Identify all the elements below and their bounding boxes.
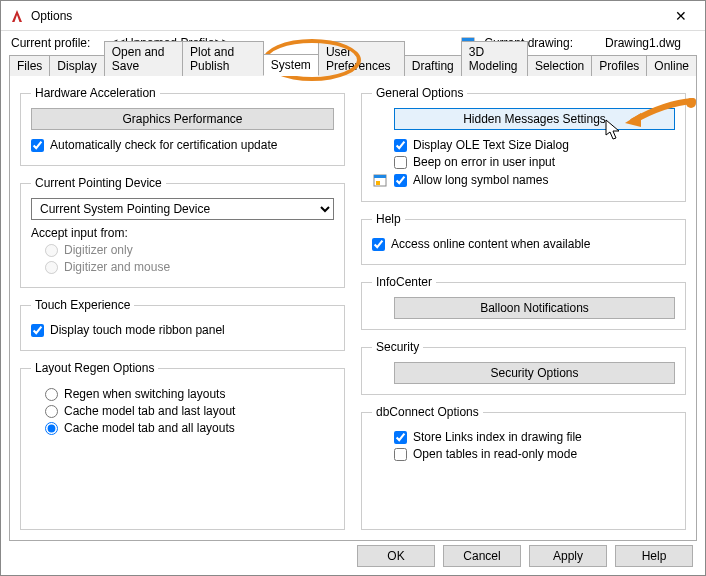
titlebar: Options ✕: [1, 1, 705, 31]
dbconnect-legend: dbConnect Options: [372, 405, 483, 419]
certification-update-checkbox[interactable]: [31, 139, 44, 152]
infocenter-legend: InfoCenter: [372, 275, 436, 289]
left-column: Hardware Acceleration Graphics Performan…: [20, 86, 345, 530]
right-column: General Options Hidden Messages Settings…: [361, 86, 686, 530]
tab-plot-and-publish[interactable]: Plot and Publish: [182, 41, 264, 76]
tab-online[interactable]: Online: [646, 55, 697, 76]
layout-regen-legend: Layout Regen Options: [31, 361, 158, 375]
tab-selection[interactable]: Selection: [527, 55, 592, 76]
store-links-label: Store Links index in drawing file: [413, 430, 582, 444]
long-symbol-checkbox[interactable]: [394, 174, 407, 187]
balloon-notifications-button[interactable]: Balloon Notifications: [394, 297, 675, 319]
tab-open-and-save[interactable]: Open and Save: [104, 41, 183, 76]
dialog-footer: OK Cancel Apply Help: [357, 545, 693, 567]
open-readonly-checkbox[interactable]: [394, 448, 407, 461]
cancel-button[interactable]: Cancel: [443, 545, 521, 567]
tab-drafting[interactable]: Drafting: [404, 55, 462, 76]
infocenter-group: InfoCenter Balloon Notifications: [361, 275, 686, 330]
digitizer-only-radio: [45, 244, 58, 257]
pointing-device-select[interactable]: Current System Pointing Device: [31, 198, 334, 220]
hardware-acceleration-group: Hardware Acceleration Graphics Performan…: [20, 86, 345, 166]
help-legend: Help: [372, 212, 405, 226]
pointing-device-group: Current Pointing Device Current System P…: [20, 176, 345, 288]
touch-ribbon-label: Display touch mode ribbon panel: [50, 323, 225, 337]
touch-legend: Touch Experience: [31, 298, 134, 312]
accept-input-label: Accept input from:: [31, 226, 334, 240]
close-button[interactable]: ✕: [661, 2, 701, 30]
help-group: Help Access online content when availabl…: [361, 212, 686, 265]
svg-marker-0: [12, 10, 22, 22]
tab-3d-modeling[interactable]: 3D Modeling: [461, 41, 528, 76]
ok-button[interactable]: OK: [357, 545, 435, 567]
ole-text-label: Display OLE Text Size Dialog: [413, 138, 569, 152]
layout-regen-group: Layout Regen Options Regen when switchin…: [20, 361, 345, 530]
tab-system[interactable]: System: [263, 54, 319, 76]
regen-switching-radio[interactable]: [45, 388, 58, 401]
current-profile-label: Current profile:: [11, 36, 103, 50]
dialog-title: Options: [31, 9, 661, 23]
cache-all-label: Cache model tab and all layouts: [64, 421, 235, 435]
digitizer-only-label: Digitizer only: [64, 243, 133, 257]
dbconnect-group: dbConnect Options Store Links index in d…: [361, 405, 686, 530]
apply-button[interactable]: Apply: [529, 545, 607, 567]
online-content-checkbox[interactable]: [372, 238, 385, 251]
hidden-messages-button[interactable]: Hidden Messages Settings: [394, 108, 675, 130]
general-options-legend: General Options: [372, 86, 467, 100]
online-content-label: Access online content when available: [391, 237, 590, 251]
certification-update-label: Automatically check for certification up…: [50, 138, 277, 152]
cache-all-radio[interactable]: [45, 422, 58, 435]
pointing-device-legend: Current Pointing Device: [31, 176, 166, 190]
touch-ribbon-checkbox[interactable]: [31, 324, 44, 337]
svg-rect-6: [376, 181, 380, 185]
cache-last-radio[interactable]: [45, 405, 58, 418]
current-drawing-value: Drawing1.dwg: [605, 36, 695, 50]
drawing-override-icon: [372, 172, 388, 188]
security-options-button[interactable]: Security Options: [394, 362, 675, 384]
beep-error-checkbox[interactable]: [394, 156, 407, 169]
store-links-checkbox[interactable]: [394, 431, 407, 444]
hardware-acceleration-legend: Hardware Acceleration: [31, 86, 160, 100]
options-dialog: Options ✕ Current profile: <<Unnamed Pro…: [0, 0, 706, 576]
tab-display[interactable]: Display: [49, 55, 104, 76]
cache-last-label: Cache model tab and last layout: [64, 404, 235, 418]
tab-profiles[interactable]: Profiles: [591, 55, 647, 76]
tab-strip: Files Display Open and Save Plot and Pub…: [1, 53, 705, 75]
app-icon: [9, 8, 25, 24]
tab-user-preferences[interactable]: User Preferences: [318, 41, 405, 76]
system-tab-panel: Hardware Acceleration Graphics Performan…: [9, 75, 697, 541]
security-group: Security Security Options: [361, 340, 686, 395]
digitizer-mouse-label: Digitizer and mouse: [64, 260, 170, 274]
long-symbol-label: Allow long symbol names: [413, 173, 548, 187]
general-options-group: General Options Hidden Messages Settings…: [361, 86, 686, 202]
regen-switching-label: Regen when switching layouts: [64, 387, 225, 401]
svg-rect-5: [374, 175, 386, 178]
tab-files[interactable]: Files: [9, 55, 50, 76]
help-button[interactable]: Help: [615, 545, 693, 567]
touch-experience-group: Touch Experience Display touch mode ribb…: [20, 298, 345, 351]
security-legend: Security: [372, 340, 423, 354]
graphics-performance-button[interactable]: Graphics Performance: [31, 108, 334, 130]
beep-error-label: Beep on error in user input: [413, 155, 555, 169]
open-readonly-label: Open tables in read-only mode: [413, 447, 577, 461]
digitizer-mouse-radio: [45, 261, 58, 274]
ole-text-checkbox[interactable]: [394, 139, 407, 152]
